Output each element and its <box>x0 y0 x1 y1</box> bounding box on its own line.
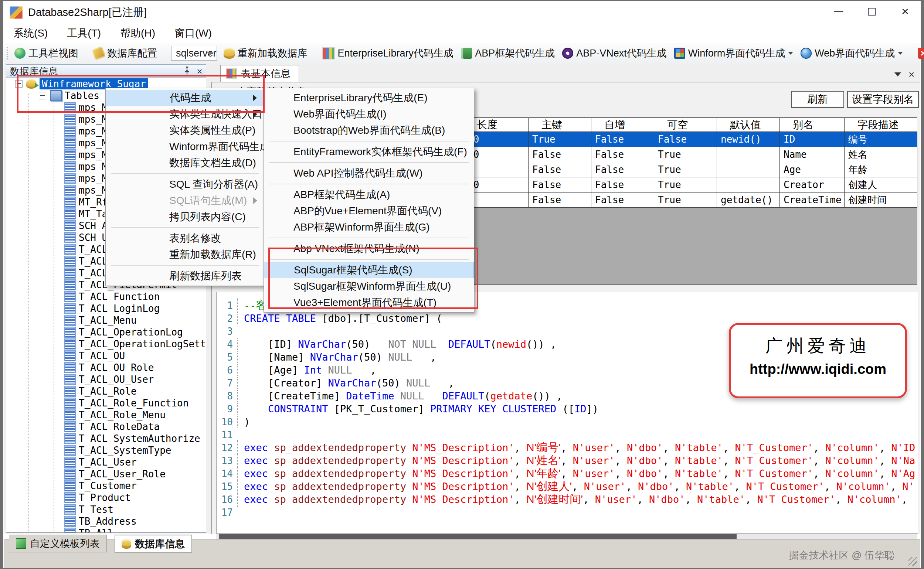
grid-cell[interactable]: True <box>528 132 591 147</box>
menubar-item[interactable]: 窗口(W) <box>165 23 221 43</box>
submenu-item[interactable]: Web界面代码生成(I) <box>264 106 474 122</box>
toolbar-button-web[interactable]: Web界面代码生成 <box>797 44 907 62</box>
collapse-icon[interactable] <box>15 80 23 88</box>
grid-cell[interactable]: 创建时间 <box>845 193 911 207</box>
tree-row[interactable]: TB_All <box>6 527 206 533</box>
grid-cell[interactable]: Age <box>780 162 845 177</box>
grid-header-cell[interactable]: 自增 <box>591 118 654 132</box>
refresh-button[interactable]: 刷新 <box>791 91 844 108</box>
toolbar-button-reload-db[interactable]: 重新加载数据库 <box>220 44 311 62</box>
context-menu-item[interactable]: 数据库文档生成(D) <box>106 155 264 171</box>
grid-cell[interactable] <box>911 193 917 207</box>
close-button[interactable]: × <box>889 1 921 21</box>
maximize-button[interactable]: □ <box>855 1 888 21</box>
grid-cell[interactable] <box>717 177 780 192</box>
tree-row[interactable]: T_Test <box>6 504 206 516</box>
submenu-item[interactable]: Web API控制器代码生成(W) <box>264 165 474 181</box>
context-menu-item[interactable]: 代码生成 <box>106 90 264 106</box>
tree-row[interactable]: T_ACL_LoginLog <box>6 303 206 315</box>
tree-row[interactable]: T_ACL_SystemType <box>6 444 206 456</box>
scrollbar-thumb[interactable] <box>219 534 737 539</box>
grid-cell[interactable]: getdate() <box>717 193 780 207</box>
tree-row[interactable]: T_ACL_OperationLogSetting <box>6 338 206 350</box>
tree-row[interactable]: T_ACL_Function <box>6 291 206 303</box>
menubar-item[interactable]: 帮助(H) <box>111 23 165 43</box>
tree-row[interactable]: T_ACL_Role <box>6 385 206 397</box>
tree-row[interactable]: T_ACL_User_Role <box>6 468 206 480</box>
dropdown-arrow-icon[interactable] <box>898 52 903 55</box>
context-menu-item[interactable]: 实体类生成快速入口 <box>106 106 264 122</box>
tree-row[interactable]: T_ACL_OU <box>6 350 206 362</box>
tree-row[interactable]: T_ACL_Role_Menu <box>6 409 206 421</box>
grid-header-cell[interactable]: 可空 <box>654 118 717 132</box>
grid-header-cell[interactable]: 默认值 <box>717 118 780 132</box>
grid-cell[interactable]: False <box>591 147 654 162</box>
tree-row[interactable]: T_ACL_User <box>6 456 206 468</box>
submenu-item[interactable]: Bootstrap的Web界面代码生成(B) <box>264 122 474 138</box>
close-panel-icon[interactable]: × <box>193 66 206 77</box>
bottom-tab-inactive[interactable]: 自定义模板列表 <box>9 535 107 552</box>
grid-cell[interactable]: False <box>528 177 591 192</box>
bottom-tab-active[interactable]: 数据库信息 <box>114 535 192 553</box>
tree-row[interactable]: T_ACL_RoleData <box>6 421 206 433</box>
database-type-combobox[interactable]: sqlserver <box>171 46 217 61</box>
grid-cell[interactable]: 创建人 <box>845 177 911 192</box>
grid-cell[interactable]: 编号 <box>845 132 911 147</box>
grid-cell[interactable]: Creator <box>780 177 845 192</box>
grid-cell[interactable]: True <box>654 147 717 162</box>
grid-cell[interactable]: False <box>591 132 654 147</box>
grid-cell[interactable]: newid() <box>717 132 780 147</box>
code-horizontal-scrollbar[interactable] <box>216 534 917 539</box>
context-menu-item[interactable]: 拷贝列表内容(C) <box>106 209 264 225</box>
submenu-item[interactable]: ABP框架Winform界面生成(G) <box>264 219 474 235</box>
grid-cell[interactable]: True <box>654 162 717 177</box>
context-menu-item[interactable]: 实体类属性生成(P) <box>106 122 264 138</box>
context-menu-item[interactable]: 表别名修改 <box>106 230 264 246</box>
tab-list-dropdown-icon[interactable] <box>894 69 901 76</box>
toolbar-button-globe[interactable]: 工具栏视图 <box>11 44 82 62</box>
tree-row[interactable]: TB_Address <box>6 516 206 527</box>
menubar-item[interactable]: 工具(T) <box>57 23 111 43</box>
grid-cell[interactable]: 姓名 <box>845 147 911 162</box>
submenu-item[interactable]: SqlSugar框架Winform界面生成(U) <box>264 278 474 295</box>
grid-cell[interactable]: False <box>591 162 654 177</box>
grid-cell[interactable]: False <box>528 162 591 177</box>
toolbar-button-exit[interactable]: 退出 <box>914 44 924 62</box>
dropdown-arrow-icon[interactable] <box>788 52 793 55</box>
grid-cell[interactable]: True <box>654 193 717 207</box>
menubar-item[interactable]: 系统(S) <box>4 23 57 43</box>
grid-header-cell[interactable]: 主键 <box>528 118 591 132</box>
tree-row[interactable]: T_ACL_OU_User <box>6 374 206 385</box>
submenu-item[interactable]: EnterpriseLibrary代码生成(E) <box>264 90 474 106</box>
grid-header-cell[interactable]: 别名 <box>780 118 845 132</box>
tree-row[interactable]: T_ACL_Role_Function <box>6 397 206 409</box>
tab-close-icon[interactable]: × <box>909 69 914 81</box>
context-menu-item[interactable]: SQL语句生成(M) <box>106 193 264 209</box>
grid-cell[interactable]: False <box>528 147 591 162</box>
submenu-item[interactable]: Abp VNext框架代码生成(N) <box>264 240 474 257</box>
tree-row[interactable]: T_ACL_SystemAuthorize <box>6 433 206 444</box>
grid-cell[interactable]: False <box>528 193 591 207</box>
grid-cell[interactable] <box>911 162 917 177</box>
pin-icon[interactable] <box>181 65 193 78</box>
tree-row[interactable]: T_Customer <box>6 480 206 492</box>
context-menu-item[interactable]: SQL 查询分析器(A) <box>106 176 264 193</box>
resize-grip[interactable] <box>909 557 917 566</box>
grid-cell[interactable] <box>911 132 917 147</box>
collapse-icon[interactable] <box>39 92 46 99</box>
toolbar-button-abp[interactable]: ABP框架代码生成 <box>457 44 559 62</box>
submenu-item[interactable]: Vue3+Element界面代码生成(T) <box>264 295 474 311</box>
toolbar-button-entlib[interactable]: EnterpriseLibrary代码生成 <box>318 44 458 62</box>
grid-cell[interactable] <box>717 162 780 177</box>
submenu-item[interactable]: EntityFramework实体框架代码生成(F) <box>264 144 474 160</box>
grid-cell[interactable]: False <box>654 132 717 147</box>
grid-cell[interactable]: ID <box>780 132 845 147</box>
toolbar-button-winform[interactable]: Winform界面代码生成 <box>670 44 797 62</box>
set-field-alias-button[interactable]: 设置字段别名 <box>847 91 919 108</box>
context-menu-item[interactable]: 重新加载数据库(R) <box>106 246 264 263</box>
toolbar-button-abp-vnext[interactable]: ABP-VNext代码生成 <box>559 44 670 62</box>
context-menu-item[interactable]: 刷新数据库列表 <box>106 268 264 284</box>
grid-cell[interactable]: CreateTime <box>780 193 845 207</box>
toolbar-button-key[interactable]: 数据库配置 <box>90 44 161 62</box>
tab-table-basic-info[interactable]: 表基本信息 <box>220 65 299 82</box>
